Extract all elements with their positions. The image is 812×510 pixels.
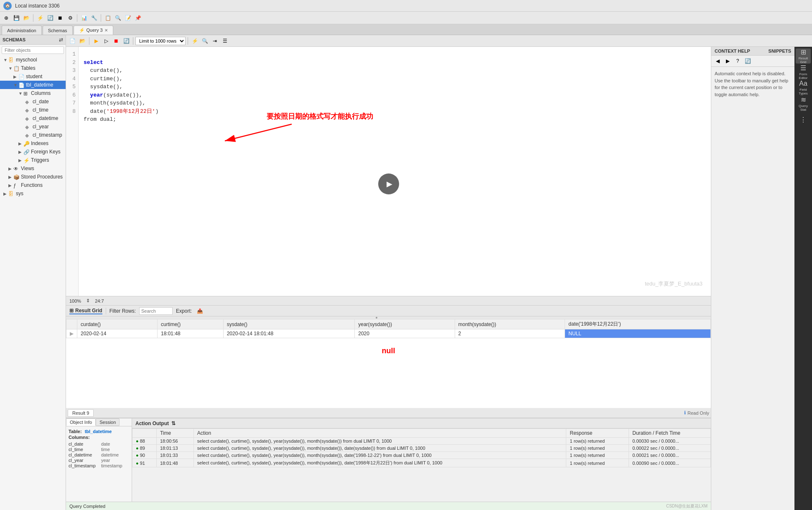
tree-item-views[interactable]: ▶ 👁 Views <box>0 164 66 173</box>
tab-administration[interactable]: Administration <box>2 26 42 35</box>
col-header-date[interactable]: date('1998年12月22日') <box>565 319 711 329</box>
tree-item-functions[interactable]: ▶ ƒ Functions <box>0 181 66 189</box>
tree-item-foreign-keys[interactable]: ▶ 🔗 Foreign Keys <box>0 148 66 156</box>
action-sort-icon[interactable]: ⇅ <box>171 421 176 426</box>
oi-tab-session[interactable]: Session <box>96 418 120 426</box>
tree-item-indexes[interactable]: ▶ 🔑 Indexes <box>0 139 66 148</box>
tb-btn-8[interactable]: 📊 <box>79 13 89 23</box>
col-header-year[interactable]: year(sysdate()) <box>355 319 455 329</box>
result-grid-tab[interactable]: ⊞ Result Grid <box>69 308 102 314</box>
ao-action-0: select curdate(), curtime(), sysdate(), … <box>193 438 566 445</box>
side-icon-query-stats[interactable]: ≋ QueryStat <box>796 96 811 111</box>
rp-next-btn[interactable]: ▶ <box>723 56 732 66</box>
tb-btn-4[interactable]: ⚡ <box>36 13 45 23</box>
tree-item-sys[interactable]: ▶ 🗄 sys <box>0 189 66 198</box>
tree-item-cl-timestamp[interactable]: ◆ cl_timestamp <box>0 131 66 139</box>
col-header-month[interactable]: month(sysdate()) <box>455 319 565 329</box>
stop-btn[interactable]: ⏹ <box>112 36 121 46</box>
tb-btn-12[interactable]: 📝 <box>123 13 132 23</box>
search-btn[interactable]: 🔍 <box>200 36 209 46</box>
filter-rows-label: Filter Rows: <box>109 308 136 314</box>
tree-item-cl-time[interactable]: ◆ cl_time <box>0 106 66 114</box>
ao-col-action[interactable]: Action <box>193 429 566 438</box>
cell-sysdate[interactable]: 2020-02-14 18:01:48 <box>223 329 355 338</box>
side-icon-form-editor[interactable]: ☰ FormEditor <box>796 64 811 79</box>
tab-query3[interactable]: ⚡ Query 3 ✕ <box>74 26 113 35</box>
cell-curdate[interactable]: 2020-02-14 <box>77 329 158 338</box>
result-tab-9[interactable]: Result 9 <box>68 409 94 417</box>
tree-item-triggers[interactable]: ▶ ⚡ Triggers <box>0 156 66 164</box>
code-editor[interactable]: 1 2 3 4 5 6 7 8 select curdate(), curtim… <box>66 47 711 296</box>
table-sel-icon: 📄 <box>18 82 25 87</box>
col-header-0 <box>66 319 77 329</box>
ao-col-response[interactable]: Response <box>566 429 629 438</box>
code-content[interactable]: select curdate(), curtime(), sysdate(), … <box>79 47 711 296</box>
right-panel-header: Context Help Snippets <box>711 47 794 56</box>
line-numbers: 1 2 3 4 5 6 7 8 <box>66 47 79 296</box>
ao-col-duration[interactable]: Duration / Fetch Time <box>629 429 711 438</box>
sidebar-title: SCHEMAS <box>3 37 25 42</box>
side-icon-more[interactable]: ⋮ <box>796 112 811 127</box>
tree-item-student[interactable]: ▶ 📄 student <box>0 72 66 81</box>
col-header-sysdate[interactable]: sysdate() <box>223 319 355 329</box>
tb-btn-11[interactable]: 🔍 <box>113 13 122 23</box>
tb-btn-13[interactable]: 📌 <box>133 13 143 23</box>
tb-btn-5[interactable]: 🔄 <box>46 13 55 23</box>
cell-year[interactable]: 2020 <box>355 329 455 338</box>
format-btn[interactable]: ☰ <box>220 36 229 46</box>
ao-col-time[interactable]: Time <box>156 429 193 438</box>
rp-help-btn[interactable]: ? <box>733 56 742 66</box>
side-icon-field-types[interactable]: Aa FieldTypes <box>796 80 811 95</box>
open-btn[interactable]: 📂 <box>78 36 87 46</box>
oi-columns-list: cl_date date cl_time time cl_datetime <box>69 441 129 468</box>
indent-btn[interactable]: ⇥ <box>210 36 219 46</box>
zoom-controls[interactable]: ⇕ <box>86 298 90 303</box>
side-icon-result-grid[interactable]: ⊞ ResultGrid <box>796 48 811 64</box>
filter-search-input[interactable] <box>139 307 173 315</box>
context-help-title: Context Help <box>715 48 750 54</box>
col-header-curdate[interactable]: curdate() <box>77 319 158 329</box>
tree-item-cl-year[interactable]: ◆ cl_year <box>0 122 66 131</box>
limit-select[interactable]: Limit to 1000 rows <box>135 37 186 45</box>
tables-icon: 📋 <box>13 66 20 71</box>
rp-prev-btn[interactable]: ◀ <box>713 56 722 66</box>
sidebar-filter[interactable] <box>2 46 64 54</box>
side-icon-result-label: ResultGrid <box>799 57 808 64</box>
refresh-btn[interactable]: 🔄 <box>122 36 131 46</box>
play-button[interactable] <box>378 173 399 194</box>
cell-curtime[interactable]: 18:01:48 <box>158 329 224 338</box>
tree-item-tbl-datetime[interactable]: ▼ 📄 tbl_datetime <box>0 81 66 89</box>
new-tab-btn[interactable]: 📄 <box>68 36 77 46</box>
tb-btn-6[interactable]: ⏹ <box>56 13 65 23</box>
tb-btn-9[interactable]: 🔧 <box>89 13 99 23</box>
export-btn[interactable]: 📤 <box>195 306 204 316</box>
exec-sel-btn[interactable]: ▷ <box>102 36 111 46</box>
tb-btn-7[interactable]: ⚙ <box>66 13 75 23</box>
tb-btn-1[interactable]: ⊕ <box>2 13 11 23</box>
ao-duration-1: 0.00022 sec / 0.0000... <box>629 445 711 452</box>
oi-tab-object-info[interactable]: Object Info <box>66 418 96 426</box>
expand-fk-icon: ▶ <box>18 150 23 154</box>
sidebar-toggle-icon[interactable]: ⇄ <box>59 37 63 43</box>
tb-btn-2[interactable]: 💾 <box>12 13 21 23</box>
rp-refresh-btn[interactable]: 🔄 <box>743 56 752 66</box>
tab-schemas[interactable]: Schemas <box>43 26 73 35</box>
tb-btn-3[interactable]: 📂 <box>22 13 31 23</box>
col-icon-5: ◆ <box>25 133 32 138</box>
tb-btn-10[interactable]: 📋 <box>103 13 112 23</box>
tree-item-columns[interactable]: ▼ ⊞ Columns <box>0 89 66 97</box>
col-header-curtime[interactable]: curtime() <box>158 319 224 329</box>
tree-item-cl-datetime[interactable]: ◆ cl_datetime <box>0 114 66 122</box>
exec-btn[interactable]: ▶ <box>92 36 101 46</box>
tab-close-icon[interactable]: ✕ <box>104 28 108 33</box>
cell-month[interactable]: 2 <box>455 329 565 338</box>
sep <box>106 308 106 314</box>
explain-btn[interactable]: ⚡ <box>190 36 199 46</box>
filter-input[interactable] <box>2 46 64 54</box>
tree-item-stored-procedures[interactable]: ▶ 📦 Stored Procedures <box>0 173 66 181</box>
cell-date[interactable]: NULL <box>565 329 711 338</box>
tree-item-cl-date[interactable]: ◆ cl_date <box>0 97 66 106</box>
tree-label-cl-time: cl_time <box>33 107 48 113</box>
tree-item-tables[interactable]: ▼ 📋 Tables <box>0 64 66 72</box>
tree-item-myschool[interactable]: ▼ 🗄 myschool <box>0 56 66 64</box>
